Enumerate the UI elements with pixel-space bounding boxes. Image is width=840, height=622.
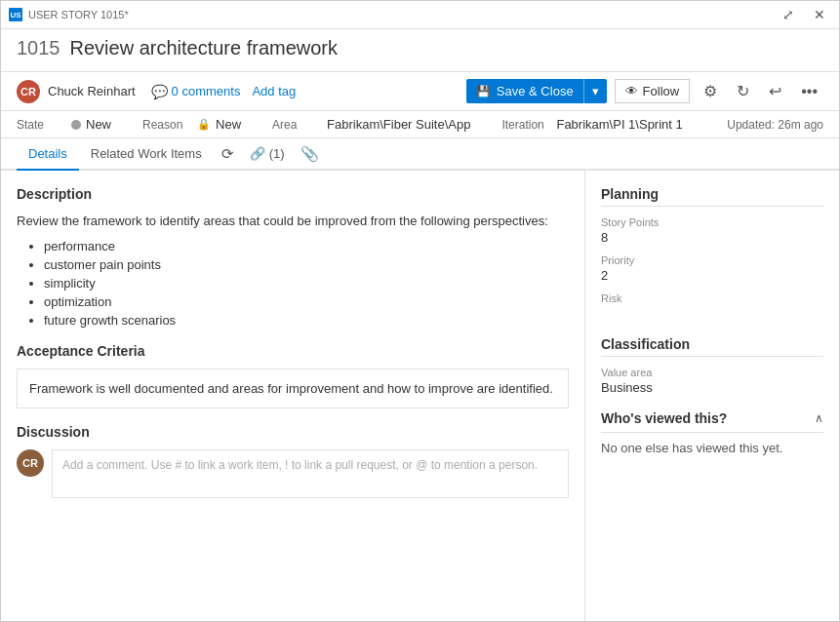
priority-label: Priority — [601, 254, 823, 266]
history-icon: ⟳ — [221, 145, 234, 162]
planning-title: Planning — [601, 186, 823, 207]
tab-related-label: Related Work Items — [91, 146, 202, 161]
value-area-label: Value area — [601, 367, 823, 378]
left-panel: Description Review the framework to iden… — [1, 171, 585, 621]
priority-value: 2 — [601, 268, 823, 283]
title-bar-controls: ⤢ ✕ — [777, 5, 831, 24]
area-value: Fabrikam\Fiber Suite\App — [327, 117, 470, 132]
toolbar: CR Chuck Reinhart 💬 0 comments Add tag 💾… — [1, 72, 839, 111]
chevron-down-icon: ▾ — [592, 84, 599, 98]
save-close-dropdown[interactable]: ▾ — [583, 79, 607, 103]
right-panel: Planning Story Points 8 Priority 2 Risk … — [585, 171, 839, 621]
comment-avatar: CR — [17, 449, 44, 477]
meta-row: State New Reason 🔒 New Area Fabrikam\Fib… — [1, 111, 839, 138]
area-item: Area Fabrikam\Fiber Suite\App — [272, 117, 470, 132]
description-title: Description — [17, 186, 569, 202]
whos-viewed-title: Who's viewed this? — [601, 410, 727, 426]
title-bar: US USER STORY 1015* ⤢ ✕ — [1, 1, 839, 29]
no-views-text: No one else has viewed this yet. — [601, 441, 823, 455]
discussion-title: Discussion — [17, 424, 569, 440]
work-item-name: Review architecture framework — [70, 37, 339, 59]
work-item-window: US USER STORY 1015* ⤢ ✕ 1015 Review arch… — [0, 0, 840, 622]
state-label: State — [17, 118, 65, 132]
eye-icon: 👁 — [625, 84, 638, 98]
refresh-button[interactable]: ↻ — [731, 78, 755, 104]
follow-label: Follow — [643, 84, 680, 98]
list-item: optimization — [44, 294, 569, 309]
comments-count: 0 comments — [172, 84, 241, 98]
reason-item: Reason 🔒 New — [142, 117, 241, 132]
state-item: State New — [17, 117, 111, 132]
risk-value — [601, 306, 823, 321]
iteration-value: Fabrikam\PI 1\Sprint 1 — [556, 117, 682, 132]
story-points-value: 8 — [601, 230, 823, 245]
iteration-label: Iteration — [501, 118, 550, 132]
link-icon: 🔗 — [250, 146, 265, 161]
save-close-group: 💾 Save & Close ▾ — [466, 79, 607, 103]
risk-label: Risk — [601, 292, 823, 304]
tab-details-label: Details — [28, 146, 67, 161]
iteration-item: Iteration Fabrikam\PI 1\Sprint 1 — [501, 117, 682, 132]
title-bar-label: USER STORY 1015* — [28, 9, 129, 20]
comment-icon: 💬 — [151, 84, 168, 99]
attach-icon: 📎 — [300, 145, 319, 162]
story-points-label: Story Points — [601, 216, 823, 228]
title-bar-left: US USER STORY 1015* — [9, 8, 129, 21]
list-item: future growth scenarios — [44, 313, 569, 328]
acceptance-text: Framework is well documented and areas f… — [17, 369, 569, 409]
avatar: CR — [17, 80, 40, 103]
comments-button[interactable]: 💬 0 comments — [151, 84, 241, 99]
discussion-section: Discussion CR Add a comment. Use # to li… — [17, 424, 569, 498]
list-item: customer pain points — [44, 257, 569, 272]
save-close-button[interactable]: 💾 Save & Close — [466, 79, 583, 103]
tabs-bar: Details Related Work Items ⟳ 🔗 (1) 📎 — [1, 138, 839, 171]
whos-viewed-section: Who's viewed this? ∧ No one else has vie… — [601, 410, 823, 455]
more-options-button[interactable]: ••• — [795, 79, 823, 104]
list-item: simplicity — [44, 276, 569, 291]
list-item: performance — [44, 239, 569, 253]
expand-button[interactable]: ⤢ — [777, 5, 800, 24]
reason-value: 🔒 New — [197, 117, 241, 132]
links-button[interactable]: 🔗 (1) — [242, 140, 293, 167]
chevron-up-icon[interactable]: ∧ — [815, 411, 823, 425]
work-item-title-row: 1015 Review architecture framework — [17, 37, 823, 59]
acceptance-criteria-title: Acceptance Criteria — [17, 343, 569, 359]
save-close-label: Save & Close — [497, 84, 574, 98]
settings-button[interactable]: ⚙ — [698, 78, 723, 104]
whos-viewed-header: Who's viewed this? ∧ — [601, 410, 823, 433]
updated-text: Updated: 26m ago — [727, 118, 823, 132]
description-text: Review the framework to identify areas t… — [17, 212, 569, 231]
classification-title: Classification — [601, 336, 823, 357]
undo-button[interactable]: ↩ — [763, 78, 787, 104]
follow-button[interactable]: 👁 Follow — [615, 79, 691, 103]
state-value: New — [71, 117, 111, 132]
tab-related-work-items[interactable]: Related Work Items — [79, 138, 214, 171]
content-area: Description Review the framework to iden… — [1, 171, 839, 621]
link-count: (1) — [269, 146, 285, 161]
close-button[interactable]: ✕ — [808, 5, 831, 24]
comment-input[interactable]: Add a comment. Use # to link a work item… — [52, 449, 569, 498]
work-item-type-icon: US — [9, 8, 22, 21]
work-item-header: 1015 Review architecture framework — [1, 29, 839, 72]
lock-icon: 🔒 — [197, 118, 211, 131]
area-label: Area — [272, 118, 321, 132]
reason-label: Reason — [142, 118, 191, 132]
bullet-list: performance customer pain points simplic… — [17, 239, 569, 328]
comment-input-area: CR Add a comment. Use # to link a work i… — [17, 449, 569, 498]
add-tag-button[interactable]: Add tag — [252, 84, 296, 98]
save-icon: 💾 — [476, 85, 491, 98]
tab-details[interactable]: Details — [17, 138, 79, 171]
attachments-button[interactable]: 📎 — [293, 139, 327, 169]
classification-section: Classification Value area Business — [601, 336, 823, 395]
value-area-value: Business — [601, 380, 823, 395]
state-text: New — [86, 117, 111, 132]
author-name: Chuck Reinhart — [48, 84, 136, 98]
reason-text: New — [216, 117, 241, 132]
work-item-number: 1015 — [17, 37, 60, 59]
state-dot — [71, 120, 81, 130]
history-button[interactable]: ⟳ — [214, 139, 242, 169]
